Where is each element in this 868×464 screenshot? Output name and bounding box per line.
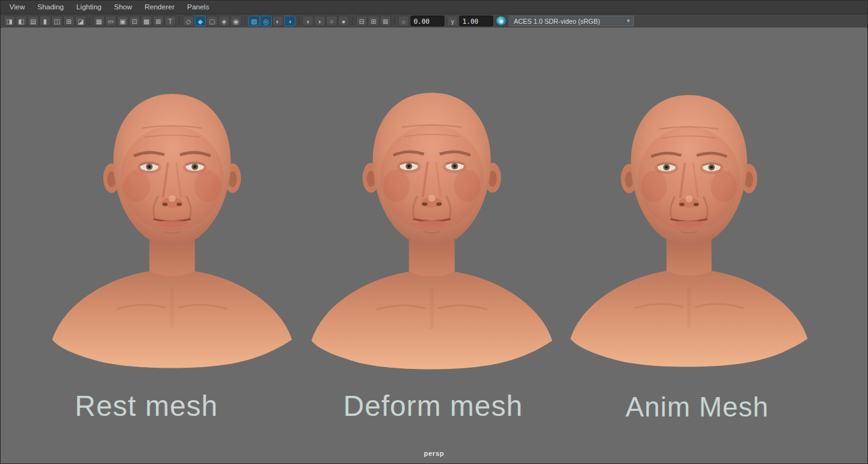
bounding-box-icon[interactable]: ▢	[207, 16, 218, 26]
color-management-icon[interactable]: ◉	[496, 16, 507, 26]
gamma-input[interactable]	[459, 16, 493, 26]
grid-icon[interactable]: ▦	[93, 16, 105, 26]
gamma-icon[interactable]: γ	[447, 16, 458, 26]
mesh-label-deform: Deform mesh	[327, 389, 539, 425]
occlusion-icon[interactable]: ◑	[284, 16, 295, 26]
toolbar-separator	[352, 17, 353, 25]
exposure-icon[interactable]: ☼	[398, 16, 409, 26]
isolate-select-icon[interactable]: ○	[326, 16, 337, 26]
bookmarks-icon[interactable]: ▮	[39, 16, 51, 26]
menu-view[interactable]: View	[3, 1, 31, 14]
resolution-gate-icon[interactable]: ▣	[117, 16, 128, 26]
toolbar-separator	[394, 17, 395, 25]
safe-action-icon[interactable]: ⊠	[153, 16, 164, 26]
wireframe-icon[interactable]: ◇	[183, 16, 194, 26]
chevron-down-icon: ▼	[626, 18, 631, 24]
field-chart-icon[interactable]: ▩	[141, 16, 152, 26]
use-all-lights-icon[interactable]: ◉	[230, 16, 242, 26]
mesh-label-anim: Anim Mesh	[591, 391, 804, 428]
xray-icon[interactable]: ◖	[302, 16, 314, 26]
default-material-icon[interactable]: ●	[338, 16, 349, 26]
toolbar-separator	[299, 17, 299, 25]
menu-shading[interactable]: Shading	[31, 1, 70, 14]
exposure-input[interactable]	[411, 16, 444, 26]
toolbar-separator	[245, 17, 245, 25]
color-space-dropdown[interactable]: ACES 1.0 SDR-video (sRGB) ▼	[509, 16, 634, 26]
viewport-3d[interactable]: Rest mesh Deform mesh Anim Mesh persp	[1, 28, 867, 463]
shadows-icon[interactable]: ◐	[272, 16, 283, 26]
safe-title-icon[interactable]: T	[165, 16, 176, 26]
toolbar-separator	[179, 17, 180, 25]
anim-mesh-model[interactable]	[564, 84, 814, 371]
toolbar-separator	[89, 17, 90, 25]
frame-selection-icon[interactable]: ⊞	[368, 16, 379, 26]
image-plane-toggle-icon[interactable]: ⊠	[380, 16, 391, 26]
rest-mesh-model[interactable]	[46, 83, 298, 373]
menu-lighting[interactable]: Lighting	[70, 1, 108, 14]
xray-joints-icon[interactable]: ◗	[314, 16, 325, 26]
panel-menu-bar: View Shading Lighting Show Renderer Pane…	[1, 1, 867, 14]
menu-show[interactable]: Show	[108, 1, 138, 14]
lights-icon[interactable]: ◎	[260, 16, 272, 26]
maya-viewport-panel: View Shading Lighting Show Renderer Pane…	[0, 0, 868, 464]
gate-mask-icon[interactable]: ⊡	[129, 16, 140, 26]
mesh-label-rest: Rest mesh	[40, 389, 253, 425]
lock-camera-icon[interactable]: ◧	[16, 16, 27, 26]
checker-texture-icon[interactable]: ▨	[248, 16, 260, 26]
pan-zoom-icon[interactable]: ⊞	[63, 16, 74, 26]
camera-attributes-icon[interactable]: ▤	[28, 16, 39, 26]
textured-icon[interactable]: ◈	[218, 16, 230, 26]
color-space-label: ACES 1.0 SDR-video (sRGB)	[514, 18, 600, 25]
grease-pencil-icon[interactable]: ◪	[75, 16, 86, 26]
panel-toolbar: ◨ ◧ ▤ ▮ ◫ ⊞ ◪ ▦ ▭ ▣ ⊡ ▩ ⊠ T ◇ ◆ ▢ ◈ ◉ ▨ …	[1, 14, 867, 28]
select-camera-icon[interactable]: ◨	[4, 16, 15, 26]
film-gate-icon[interactable]: ▭	[105, 16, 116, 26]
menu-renderer[interactable]: Renderer	[138, 1, 181, 14]
image-plane-icon[interactable]: ◫	[51, 16, 63, 26]
frame-all-icon[interactable]: ⊟	[356, 16, 367, 26]
smooth-shade-icon[interactable]: ◆	[195, 16, 206, 26]
deform-mesh-model[interactable]	[305, 81, 558, 374]
menu-panels[interactable]: Panels	[181, 1, 215, 14]
camera-name-label: persp	[1, 450, 867, 457]
